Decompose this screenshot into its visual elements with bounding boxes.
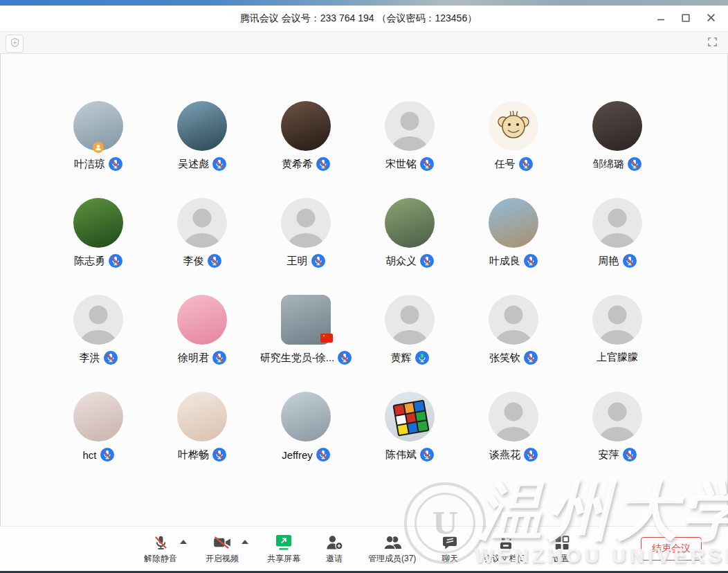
tool-button-label: 共享屏幕	[267, 553, 300, 565]
mic-muted-icon[interactable]	[519, 157, 533, 171]
mic-muted-icon[interactable]	[109, 157, 122, 171]
participant[interactable]: 宋世铭	[358, 101, 462, 198]
participant-name-row: 研究生党员-徐...	[260, 351, 352, 365]
default-avatar	[385, 295, 435, 345]
participant[interactable]: 叶洁琼	[46, 101, 150, 198]
mic-muted-icon[interactable]	[212, 157, 226, 171]
participant[interactable]: 上官朦朦	[565, 295, 669, 392]
participant-name-row: 张笑钦	[489, 351, 538, 365]
mic-muted-icon[interactable]	[628, 157, 641, 171]
minimize-button[interactable]	[650, 9, 671, 28]
avatar	[281, 101, 331, 151]
participant-name: 王明	[287, 255, 308, 268]
mic-muted-icon[interactable]	[524, 351, 538, 365]
participant[interactable]: 叶成良	[462, 198, 565, 295]
tool-button-label: 管理成员(37)	[368, 553, 416, 565]
rubiks-cube-avatar-art	[392, 399, 429, 436]
mic-muted-icon[interactable]	[208, 254, 221, 268]
mic-muted-icon[interactable]	[338, 351, 352, 365]
participant[interactable]: 周艳	[565, 198, 669, 295]
participant[interactable]: 黄辉	[358, 295, 462, 392]
participant-name: 黄辉	[391, 352, 412, 365]
mic-off-icon	[152, 533, 170, 552]
mic-muted-icon[interactable]	[420, 157, 434, 171]
close-button[interactable]	[700, 9, 721, 28]
end-meeting-button[interactable]: 结束会议	[641, 537, 702, 561]
chevron-up-icon[interactable]	[180, 540, 187, 544]
participant[interactable]: 胡众义	[358, 198, 462, 295]
participant-name-row: 宋世铭	[385, 157, 434, 171]
docs-icon	[497, 533, 515, 552]
apps-icon	[553, 533, 570, 552]
mic-muted-icon[interactable]	[212, 448, 226, 462]
avatar	[73, 198, 123, 248]
participant[interactable]: 安萍	[565, 392, 669, 489]
participant[interactable]: 陈伟斌	[358, 392, 462, 489]
participant[interactable]: hct	[46, 392, 150, 489]
tool-button-chat[interactable]: 聊天	[435, 533, 465, 565]
tool-button-unmute[interactable]: 解除静音	[144, 533, 177, 565]
mic-muted-icon[interactable]	[623, 254, 637, 268]
mic-muted-icon[interactable]	[311, 254, 325, 268]
participant[interactable]: 李俊	[150, 198, 254, 295]
participant-name-row: 任号	[495, 157, 533, 171]
desktop-wallpaper-strip	[0, 0, 728, 6]
avatar	[281, 392, 331, 442]
avatar	[489, 101, 538, 151]
participant[interactable]: 徐明君	[150, 295, 254, 392]
tool-button-invite[interactable]: 邀请	[319, 533, 349, 565]
mic-muted-icon[interactable]	[524, 254, 538, 268]
mic-muted-icon[interactable]	[104, 351, 118, 365]
participant[interactable]: 研究生党员-徐...	[254, 295, 358, 392]
default-avatar	[73, 295, 123, 345]
mic-active-icon[interactable]	[415, 351, 429, 365]
minimize-icon	[657, 12, 665, 25]
default-avatar	[592, 198, 642, 248]
participant[interactable]: 叶桦畅	[150, 392, 254, 489]
mic-muted-icon[interactable]	[316, 448, 330, 462]
mic-muted-icon[interactable]	[316, 157, 330, 171]
participant[interactable]: Jeffrey	[254, 392, 358, 489]
tool-button-meeting-docs[interactable]: 会议文档(5)	[484, 533, 527, 565]
mic-muted-icon[interactable]	[212, 351, 226, 365]
avatar	[592, 101, 642, 151]
camera-off-icon	[212, 533, 232, 552]
participant-name: 叶成良	[489, 255, 520, 268]
mic-muted-icon[interactable]	[623, 448, 637, 462]
mic-muted-icon[interactable]	[100, 448, 114, 462]
participant[interactable]: 张笑钦	[462, 295, 565, 392]
participant-name: 张笑钦	[489, 352, 520, 365]
participant-name: Jeffrey	[282, 449, 313, 461]
participant[interactable]: 邹绵璐	[565, 101, 669, 198]
tool-button-start-video[interactable]: 开启视频	[206, 533, 239, 565]
tool-button-share-screen[interactable]: 共享屏幕	[267, 533, 300, 565]
participant-name-row: 徐明君	[178, 351, 226, 365]
participant-name: 吴述彪	[178, 158, 209, 171]
mic-muted-icon[interactable]	[109, 254, 122, 268]
participant-area: 叶洁琼吴述彪黄希希宋世铭任号邹绵璐陈志勇李俊王明胡众义叶成良周艳李洪徐明君研究生…	[0, 54, 728, 526]
mic-muted-icon[interactable]	[524, 448, 538, 462]
mic-muted-icon[interactable]	[420, 254, 434, 268]
participant[interactable]: 陈志勇	[46, 198, 150, 295]
tool-button-label: 会议文档(5)	[484, 553, 527, 565]
participant[interactable]: 黄希希	[254, 101, 358, 198]
participant-name: 黄希希	[282, 158, 313, 171]
participant-name-row: 安萍	[599, 448, 637, 462]
participant-name: 周艳	[599, 255, 619, 268]
mic-muted-icon[interactable]	[420, 448, 434, 462]
participant-name: 邹绵璐	[593, 158, 624, 171]
shield-plus-icon	[10, 37, 20, 51]
meeting-security-button[interactable]	[6, 35, 24, 53]
chevron-up-icon[interactable]	[242, 540, 248, 544]
tool-button-manage-members[interactable]: 管理成员(37)	[368, 533, 416, 565]
maximize-button[interactable]	[675, 9, 696, 28]
participant[interactable]: 王明	[254, 198, 358, 295]
tool-button-settings[interactable]: 设置	[546, 533, 576, 565]
participant[interactable]: 谈燕花	[462, 392, 565, 489]
participant[interactable]: 任号	[462, 101, 565, 198]
participant[interactable]: 吴述彪	[150, 101, 254, 198]
participant[interactable]: 李洪	[46, 295, 150, 392]
fullscreen-button[interactable]	[704, 35, 720, 51]
titlebar: 腾讯会议 会议号：233 764 194 （会议密码：123456）	[0, 6, 728, 32]
default-avatar	[592, 295, 642, 345]
